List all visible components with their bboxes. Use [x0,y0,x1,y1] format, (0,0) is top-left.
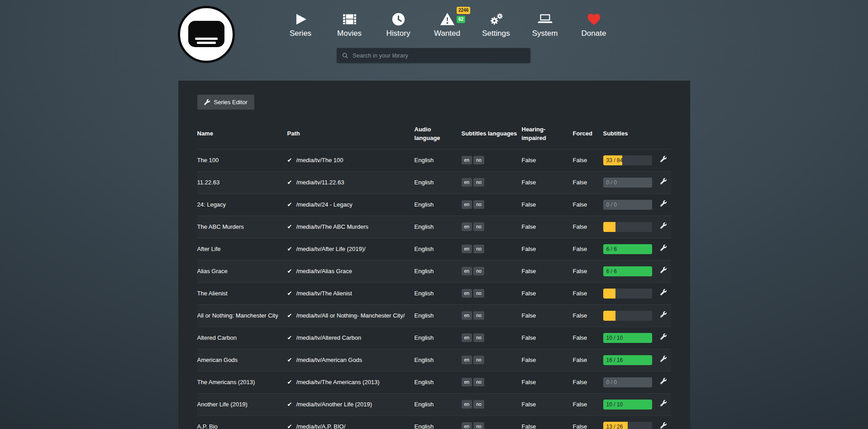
series-name[interactable]: The Alienist [197,282,287,304]
series-name[interactable]: 24: Legacy [197,193,287,216]
subtitles-progress-label: 33 / 84 [606,155,623,165]
check-icon: ✔ [287,156,292,164]
subtitle-language-badge: no [473,267,484,275]
series-name[interactable]: A.P. Bio [197,415,287,429]
subtitle-language-badge: no [473,356,484,364]
series-row: The Alienist✔/media/tv/The AlienistEngli… [197,282,671,304]
nav-item-label: System [528,29,562,38]
edit-series-wrench-icon[interactable] [660,378,667,386]
forced-value: False [573,349,603,371]
series-name[interactable]: American Gods [197,349,287,371]
subtitle-languages: enno [462,349,522,371]
subtitles-progress-bar: 6 / 6 [603,266,652,276]
header-row: NamePathAudio languageSubtitles language… [197,122,671,149]
series-name[interactable]: Altered Carbon [197,327,287,349]
nav-item-label: Donate [577,29,611,38]
audio-language: English [415,193,462,216]
edit-series-wrench-icon[interactable] [660,200,667,209]
audio-language: English [415,327,462,349]
search-input[interactable] [353,52,525,59]
nav-item-label: History [381,29,415,38]
nav-item-wanted[interactable]: 224662Wanted [430,11,464,38]
subtitles-progress-label: 10 / 10 [606,400,623,410]
content-panel: Series Editor NamePathAudio languageSubt… [178,81,690,429]
check-icon: ✔ [287,223,292,231]
forced-value: False [573,282,603,304]
edit-series-wrench-icon[interactable] [660,178,667,187]
hearing-impaired-value: False [522,193,573,216]
edit-series-wrench-icon[interactable] [660,356,667,364]
column-header: Subtitles languages [462,122,522,149]
play-icon [283,11,318,29]
nav-item-settings[interactable]: Settings [479,11,513,38]
series-name[interactable]: After Life [197,238,287,260]
subtitles-progress-bar: 10 / 10 [603,400,652,410]
edit-series-wrench-icon[interactable] [660,156,667,164]
subtitle-language-badge: no [473,311,484,320]
series-name[interactable]: The 100 [197,149,287,171]
subtitles-progress-bar: 0 / 0 [603,377,652,387]
column-header: Hearing-impaired [522,122,573,149]
bazarr-logo-mark [188,21,224,47]
column-header [654,122,671,149]
subtitles-progress-bar: 0 / 0 [603,200,652,210]
nav-item-label: Wanted [430,29,464,38]
forced-value: False [573,171,603,193]
column-header: Audio language [415,122,462,149]
series-name[interactable]: The Americans (2013) [197,371,287,393]
forced-value: False [573,371,603,393]
subtitles-progress-bar: 0 / 0 [603,178,652,188]
edit-series-wrench-icon[interactable] [660,222,667,231]
check-icon: ✔ [287,201,292,209]
hearing-impaired-value: False [522,327,573,349]
series-path: /media/tv/After Life (2019)/ [296,245,365,253]
series-row: All or Nothing: Manchester City✔/media/t… [197,304,671,327]
nav-item-series[interactable]: Series [283,11,318,38]
edit-series-wrench-icon[interactable] [660,333,667,342]
table-body: The 100✔/media/tv/The 100EnglishennoFals… [197,149,671,429]
nav-item-system[interactable]: System [528,11,562,38]
series-row: 24: Legacy✔/media/tv/24 - LegacyEnglishe… [197,193,671,216]
subtitle-languages: enno [462,216,522,238]
forced-value: False [573,260,603,282]
edit-series-wrench-icon[interactable] [660,422,667,429]
subtitles-progress-label: 6 / 6 [606,266,617,276]
series-row: Alias Grace✔/media/tv/Alias GraceEnglish… [197,260,671,282]
subtitles-progress-bar [603,289,652,299]
edit-series-wrench-icon[interactable] [660,267,667,275]
forced-value: False [573,216,603,238]
series-name[interactable]: Alias Grace [197,260,287,282]
gears-icon [479,11,513,29]
series-name[interactable]: All or Nothing: Manchester City [197,304,287,327]
series-path: /media/tv/American Gods [296,356,362,364]
forced-value: False [573,415,603,429]
forced-value: False [573,149,603,171]
series-name[interactable]: The ABC Murders [197,216,287,238]
nav-item-donate[interactable]: Donate [577,11,611,38]
hearing-impaired-value: False [522,260,573,282]
audio-language: English [415,149,462,171]
audio-language: English [415,282,462,304]
hearing-impaired-value: False [522,415,573,429]
hearing-impaired-value: False [522,349,573,371]
wanted-count-badge: 2246 [457,7,470,14]
edit-series-wrench-icon[interactable] [660,311,667,320]
series-path: /media/tv/24 - Legacy [296,201,352,209]
series-path: /media/tv/All or Nothing- Manchester Cit… [296,312,405,320]
series-name[interactable]: 11.22.63 [197,171,287,193]
nav-item-history[interactable]: History [381,11,415,38]
subtitle-language-badge: no [473,200,484,209]
subtitle-language-badge: en [462,267,472,275]
search-icon [342,52,348,59]
hearing-impaired-value: False [522,216,573,238]
bazarr-logo[interactable] [178,6,235,63]
edit-series-wrench-icon[interactable] [660,400,667,409]
column-header: Path [287,122,415,149]
series-name[interactable]: Another Life (2019) [197,393,287,415]
series-editor-button[interactable]: Series Editor [197,95,254,110]
subtitle-language-badge: no [473,178,484,187]
edit-series-wrench-icon[interactable] [660,245,667,253]
edit-series-wrench-icon[interactable] [660,289,667,298]
series-path: /media/tv/Alias Grace [296,267,352,275]
nav-item-movies[interactable]: Movies [332,11,367,38]
